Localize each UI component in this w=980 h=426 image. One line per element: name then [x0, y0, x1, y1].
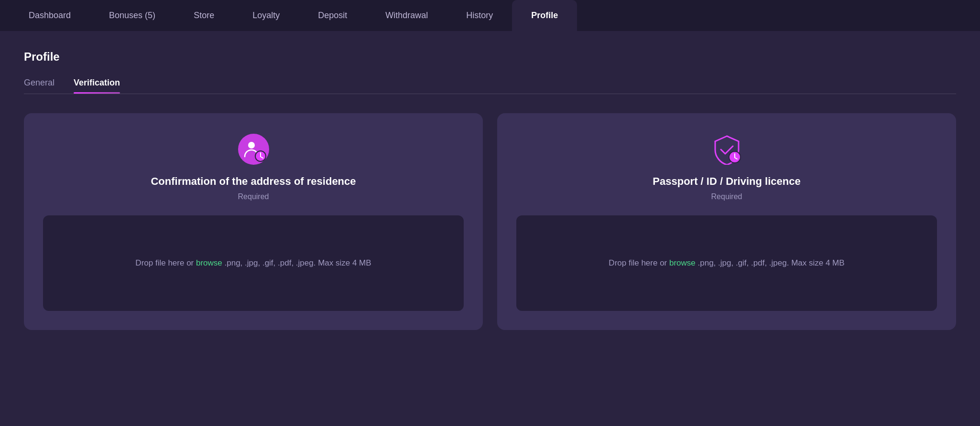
passport-drop-prefix: Drop file here or — [609, 258, 669, 267]
passport-browse-link[interactable]: browse — [669, 258, 696, 267]
tab-general[interactable]: General — [24, 78, 54, 94]
address-drop-zone[interactable]: Drop file here or browse .png, .jpg, .gi… — [43, 215, 464, 311]
nav-item-loyalty[interactable]: Loyalty — [233, 0, 299, 31]
address-dropzone-text: Drop file here or browse .png, .jpg, .gi… — [135, 258, 371, 268]
svg-point-1 — [248, 142, 255, 149]
address-browse-link[interactable]: browse — [196, 258, 222, 267]
passport-drop-zone[interactable]: Drop file here or browse .png, .jpg, .gi… — [516, 215, 937, 311]
nav-item-profile[interactable]: Profile — [512, 0, 577, 31]
passport-card-subtitle: Required — [711, 192, 742, 201]
main-content: Profile General Verification — [0, 31, 980, 349]
passport-verification-card: Passport / ID / Driving licence Required… — [497, 113, 956, 330]
passport-card-title: Passport / ID / Driving licence — [653, 175, 800, 188]
page-title: Profile — [24, 50, 956, 64]
tab-verification[interactable]: Verification — [74, 78, 120, 94]
passport-icon — [710, 132, 743, 166]
nav-item-bonuses[interactable]: Bonuses (5) — [90, 0, 174, 31]
nav-item-deposit[interactable]: Deposit — [299, 0, 366, 31]
address-verification-card: Confirmation of the address of residence… — [24, 113, 483, 330]
sub-tabs: General Verification — [24, 78, 956, 94]
address-drop-suffix: .png, .jpg, .gif, .pdf, .jpeg. Max size … — [222, 258, 371, 267]
nav-item-withdrawal[interactable]: Withdrawal — [366, 0, 447, 31]
tab-divider — [24, 94, 956, 94]
passport-dropzone-text: Drop file here or browse .png, .jpg, .gi… — [609, 258, 844, 268]
passport-drop-suffix: .png, .jpg, .gif, .pdf, .jpeg. Max size … — [696, 258, 845, 267]
address-card-title: Confirmation of the address of residence — [151, 175, 356, 188]
cards-container: Confirmation of the address of residence… — [24, 113, 956, 330]
nav-item-store[interactable]: Store — [174, 0, 233, 31]
address-drop-prefix: Drop file here or — [135, 258, 196, 267]
address-icon — [237, 132, 270, 166]
nav-item-dashboard[interactable]: Dashboard — [10, 0, 90, 31]
address-card-subtitle: Required — [238, 192, 269, 201]
nav-item-history[interactable]: History — [447, 0, 512, 31]
top-navigation: Dashboard Bonuses (5) Store Loyalty Depo… — [0, 0, 980, 31]
